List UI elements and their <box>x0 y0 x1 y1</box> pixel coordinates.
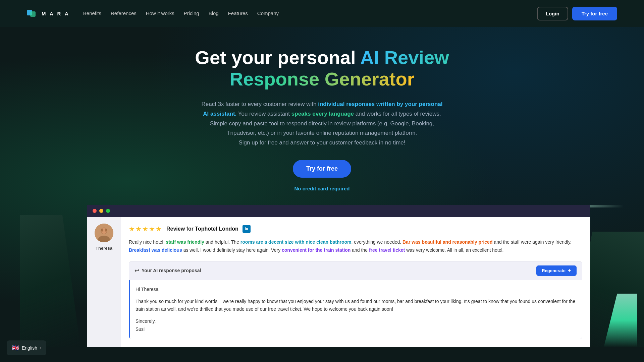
nav-company[interactable]: Company <box>257 10 279 16</box>
svg-point-7 <box>105 229 107 232</box>
review-header: ★★★★★ Review for Tophotel London in <box>129 225 582 233</box>
hero-title: Get your personal AI Review Response Gen… <box>171 47 473 90</box>
nav-pricing[interactable]: Pricing <box>184 10 199 16</box>
hero-description: React 3x faster to every customer review… <box>198 100 446 148</box>
review-text: Really nice hotel, staff was friendly an… <box>129 238 582 254</box>
traffic-light-red <box>93 209 97 213</box>
traffic-light-yellow <box>99 209 103 213</box>
language-flag: 🇬🇧 <box>12 344 19 352</box>
hero-title-plain: Get your personal <box>195 47 360 68</box>
ai-response-label: ↩ Your AI response proposal <box>135 267 201 274</box>
language-selector[interactable]: 🇬🇧 English › <box>7 341 46 355</box>
navbar: M A R A Benefits References How it works… <box>0 0 644 27</box>
highlight-staff: staff was friendly <box>166 239 204 245</box>
highlight-bar: Bar was beautiful and reasonably priced <box>402 239 492 245</box>
hero-desc-highlight2: speaks every language <box>291 111 354 117</box>
nav-blog[interactable]: Blog <box>209 10 219 16</box>
ai-response-section: ↩ Your AI response proposal Regenerate ✦… <box>129 261 582 339</box>
response-name: Susi <box>136 325 577 334</box>
highlight-ticket: free travel ticket <box>369 247 405 253</box>
nav-references[interactable]: References <box>111 10 137 16</box>
nav-features[interactable]: Features <box>228 10 248 16</box>
logo-text: M A R A <box>42 11 70 16</box>
deco-left-shape <box>20 215 80 347</box>
review-title: Review for Tophotel London <box>166 226 238 232</box>
ai-response-body: Hi Theresa, Thank you so much for your k… <box>129 280 582 339</box>
nav-benefits[interactable]: Benefits <box>83 10 101 16</box>
svg-rect-1 <box>30 11 36 17</box>
linkedin-icon: in <box>243 225 251 233</box>
try-free-nav-button[interactable]: Try for free <box>572 7 617 20</box>
highlight-breakfast: Breakfast was delicious <box>129 247 182 253</box>
highlight-rooms: rooms are a decent size with nice clean … <box>240 239 352 245</box>
language-chevron: › <box>40 346 41 350</box>
hero-desc-plain1: React 3x faster to every customer review… <box>202 101 318 107</box>
review-area: Theresa ★★★★★ Review for Tophotel London… <box>87 217 590 347</box>
ai-response-header: ↩ Your AI response proposal Regenerate ✦ <box>129 261 582 280</box>
reply-icon: ↩ <box>135 267 139 274</box>
response-greeting: Hi Theresa, <box>136 286 577 294</box>
browser-window: Theresa ★★★★★ Review for Tophotel London… <box>87 205 590 347</box>
browser-titlebar <box>87 205 590 217</box>
avatar <box>95 224 113 242</box>
regenerate-button[interactable]: Regenerate ✦ <box>536 265 577 276</box>
traffic-light-green <box>106 209 110 213</box>
nav-how-it-works[interactable]: How it works <box>146 10 174 16</box>
regenerate-icon: ✦ <box>568 268 571 273</box>
response-body: Thank you so much for your kind words – … <box>136 298 577 314</box>
highlight-train: convenient for the train station <box>282 247 351 253</box>
language-label: English <box>22 345 37 351</box>
logo[interactable]: M A R A <box>27 9 70 18</box>
hero-desc-plain2: You review assistant <box>236 111 291 117</box>
reviewer-sidebar: Theresa <box>87 217 121 347</box>
hero-desc-plain4: Sign up for free and answer to your cust… <box>238 139 405 146</box>
try-free-hero-button[interactable]: Try for free <box>293 160 351 178</box>
review-stars: ★★★★★ <box>129 225 162 233</box>
no-credit-text: No credit card required <box>7 186 637 191</box>
response-closing: Sincerely, <box>136 317 577 325</box>
hero-section: Get your personal AI Review Response Gen… <box>0 27 644 205</box>
reviewer-name: Theresa <box>96 246 112 251</box>
svg-point-6 <box>101 229 103 232</box>
review-content: ★★★★★ Review for Tophotel London in Real… <box>121 217 590 347</box>
login-button[interactable]: Login <box>537 7 568 20</box>
